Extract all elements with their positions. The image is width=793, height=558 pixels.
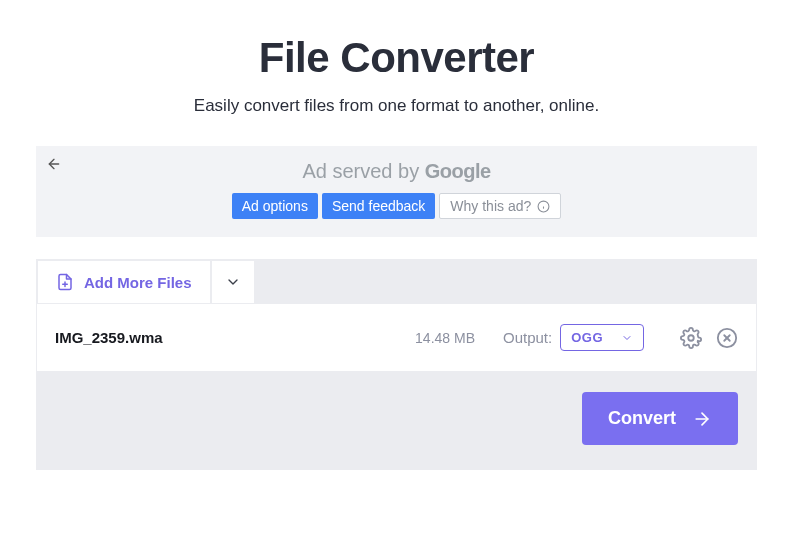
convert-label: Convert: [608, 408, 676, 429]
file-plus-icon: [56, 273, 74, 291]
ad-served-by: Ad served by Google: [36, 160, 757, 183]
ad-options-button[interactable]: Ad options: [232, 193, 318, 219]
page-title: File Converter: [0, 34, 793, 82]
file-row-actions: [680, 327, 738, 349]
ad-brand: Google: [425, 160, 491, 182]
svg-point-6: [688, 335, 694, 341]
ad-banner: Ad served by Google Ad options Send feed…: [36, 146, 757, 237]
close-circle-icon: [716, 327, 738, 349]
add-more-files-dropdown[interactable]: [211, 260, 255, 303]
chevron-down-icon: [225, 274, 241, 290]
add-more-files-button[interactable]: Add More Files: [37, 260, 211, 303]
output-format-value: OGG: [571, 330, 603, 345]
ad-buttons: Ad options Send feedback Why this ad?: [36, 193, 757, 219]
convert-button[interactable]: Convert: [582, 392, 738, 445]
ad-served-prefix: Ad served by: [302, 160, 424, 182]
file-size: 14.48 MB: [385, 330, 475, 346]
arrow-left-icon[interactable]: [46, 156, 64, 174]
add-row: Add More Files: [37, 260, 756, 303]
page-subtitle: Easily convert files from one format to …: [0, 96, 793, 116]
settings-button[interactable]: [680, 327, 702, 349]
send-feedback-button[interactable]: Send feedback: [322, 193, 435, 219]
file-name: IMG_2359.wma: [55, 329, 385, 346]
chevron-down-icon: [621, 332, 633, 344]
add-more-files-label: Add More Files: [84, 274, 192, 291]
why-this-ad-label: Why this ad?: [450, 198, 531, 214]
gear-icon: [680, 327, 702, 349]
why-this-ad-button[interactable]: Why this ad?: [439, 193, 561, 219]
convert-row: Convert: [37, 372, 756, 469]
file-row: IMG_2359.wma 14.48 MB Output: OGG: [37, 303, 756, 372]
converter-panel: Add More Files IMG_2359.wma 14.48 MB Out…: [36, 259, 757, 470]
output-label: Output:: [503, 329, 552, 346]
arrow-right-icon: [692, 409, 712, 429]
info-icon: [537, 200, 550, 213]
remove-file-button[interactable]: [716, 327, 738, 349]
output-format-select[interactable]: OGG: [560, 324, 644, 351]
